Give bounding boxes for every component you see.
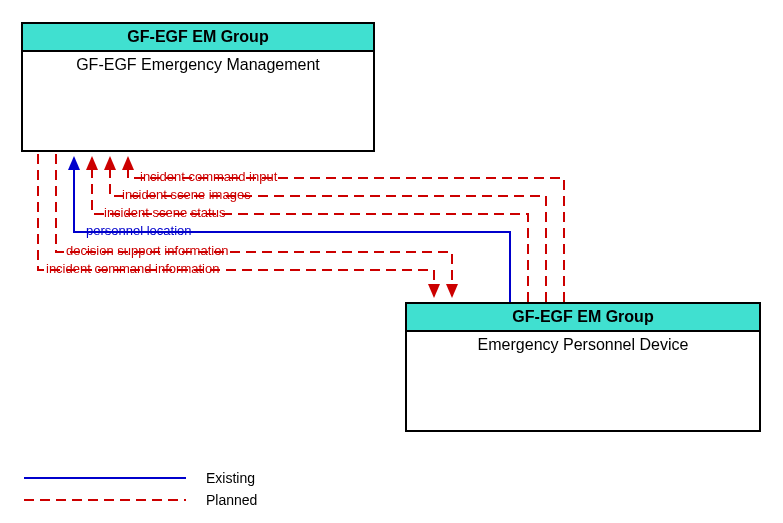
node-emergency-personnel-device: GF-EGF EM Group Emergency Personnel Devi… [405, 302, 761, 432]
node-top-header: GF-EGF EM Group [23, 24, 373, 52]
node-top-body: GF-EGF Emergency Management [23, 52, 373, 78]
flow-incident-command-input: incident command input [140, 169, 277, 184]
flow-decision-support-information: decision support information [66, 243, 229, 258]
flow-incident-command-information: incident command information [46, 261, 219, 276]
flow-personnel-location: personnel location [86, 223, 192, 238]
node-bottom-header: GF-EGF EM Group [407, 304, 759, 332]
node-bottom-body: Emergency Personnel Device [407, 332, 759, 358]
flow-incident-scene-images: incident scene images [122, 187, 251, 202]
node-gf-egf-emergency-management: GF-EGF EM Group GF-EGF Emergency Managem… [21, 22, 375, 152]
flow-incident-scene-status: incident scene status [104, 205, 225, 220]
legend-planned: Planned [206, 492, 257, 508]
legend-existing: Existing [206, 470, 255, 486]
